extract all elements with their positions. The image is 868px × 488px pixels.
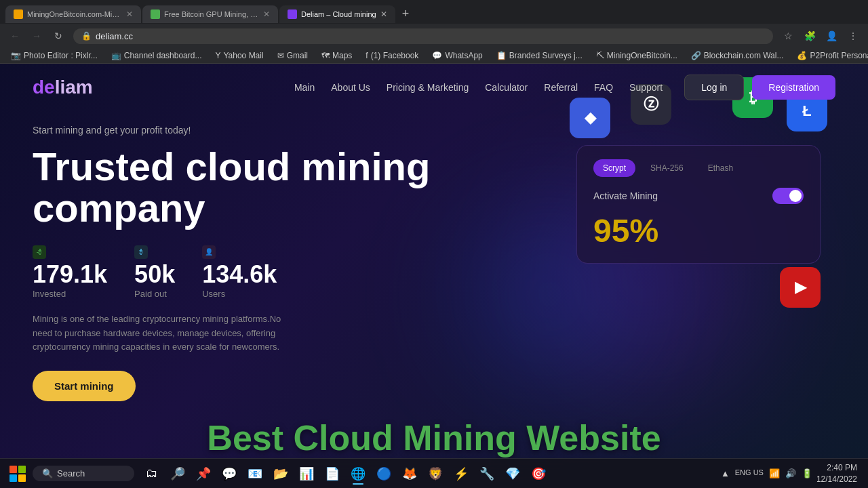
extensions-button[interactable]: 🧩 — [800, 26, 819, 45]
taskbar-app-extra4[interactable]: 🎯 — [526, 462, 551, 486]
stat-paidout: ₿ 50k Paid out — [134, 245, 175, 299]
overlay-promo-text: Best Cloud Mining Website — [0, 418, 868, 458]
taskbar-app-search[interactable]: 🔎 — [165, 462, 190, 486]
nav-pricing[interactable]: Pricing & Marketing — [387, 82, 469, 93]
url-bar[interactable]: 🔒 deliam.cc — [73, 28, 773, 44]
tray-battery[interactable]: 🔋 — [802, 468, 812, 479]
refresh-button[interactable]: ↻ — [49, 26, 68, 45]
nav-about[interactable]: About Us — [331, 82, 370, 93]
bookmark-whatsapp[interactable]: 💬 WhatsApp — [427, 49, 488, 62]
taskbar-app-folder[interactable]: 📂 — [269, 462, 293, 486]
stat-paidout-icon: ₿ — [134, 245, 175, 259]
btc-badge-1: -₿ — [33, 245, 46, 259]
start-button[interactable] — [5, 462, 30, 486]
tab-2[interactable]: Free Bitcoin GPU Mining, Cloud... ✕ — [142, 5, 278, 23]
clock-date: 12/14/2022 — [816, 474, 857, 485]
tab-title-1: MiningOneBitcoin.com-Mining... — [27, 10, 122, 18]
stat-paidout-label: Paid out — [134, 289, 175, 299]
tab-close-3[interactable]: ✕ — [380, 9, 387, 19]
nav-calculator[interactable]: Calculator — [485, 82, 528, 93]
taskbar-app-files[interactable]: 🗂 — [140, 462, 164, 486]
tab-title-3: Deliam – Cloud mining — [301, 10, 376, 18]
tab-favicon-2 — [151, 9, 160, 19]
tab-bar: MiningOneBitcoin.com-Mining... ✕ Free Bi… — [0, 0, 868, 24]
hero-description: Mining is one of the leading cryptocurre… — [33, 312, 290, 354]
browser-chrome: MiningOneBitcoin.com-Mining... ✕ Free Bi… — [0, 0, 868, 64]
taskbar-app-msg[interactable]: 💬 — [217, 462, 241, 486]
menu-button[interactable]: ⋮ — [844, 26, 863, 45]
stat-users-value: 134.6k — [202, 260, 277, 289]
website-content: deliam Main About Us Pricing & Marketing… — [0, 64, 868, 488]
taskbar-clock[interactable]: 2:40 PM 12/14/2022 — [816, 462, 857, 485]
hero-subtitle: Start mining and get your profit today! — [33, 125, 835, 136]
nav-faq[interactable]: FAQ — [594, 82, 613, 93]
site-logo[interactable]: deliam — [33, 77, 93, 98]
tray-icon-1[interactable]: ▲ — [721, 468, 730, 479]
login-button[interactable]: Log in — [684, 75, 744, 100]
nav-support[interactable]: Support — [629, 82, 663, 93]
bookmark-yahoo[interactable]: Y Yahoo Mail — [210, 49, 269, 62]
taskbar: 🔍 Search 🗂 🔎 📌 💬 📧 📂 📊 📄 🌐 🔵 🦊 🦁 ⚡ 🔧 💎 🎯… — [0, 458, 868, 488]
tab-3[interactable]: Deliam – Cloud mining ✕ — [279, 5, 395, 23]
hero-section: Start mining and get your profit today! … — [0, 111, 868, 415]
taskbar-app-firefox[interactable]: 🦊 — [397, 462, 422, 486]
taskbar-app-excel[interactable]: 📊 — [294, 462, 319, 486]
nav-main[interactable]: Main — [294, 82, 315, 93]
browser-actions: ☆ 🧩 👤 ⋮ — [778, 26, 863, 45]
bookmarks-bar: 📷 Photo Editor : Pixlr... 📺 Channel dash… — [0, 48, 868, 64]
tab-close-2[interactable]: ✕ — [263, 9, 270, 19]
url-text: deliam.cc — [96, 31, 133, 41]
taskbar-search-box[interactable]: 🔍 Search — [33, 466, 134, 481]
tab-close-1[interactable]: ✕ — [126, 9, 133, 19]
stat-users: 👤 134.6k Users — [202, 245, 277, 299]
taskbar-app-chrome[interactable]: 🔵 — [372, 462, 396, 486]
taskbar-app-extra2[interactable]: 🔧 — [475, 462, 499, 486]
bookmark-star-button[interactable]: ☆ — [778, 26, 797, 45]
taskbar-search-text: Search — [57, 468, 85, 479]
taskbar-search-icon: 🔍 — [42, 468, 53, 479]
security-icon: 🔒 — [81, 31, 92, 41]
bookmark-surveys[interactable]: 📋 Branded Surveys j... — [491, 49, 588, 62]
back-button[interactable]: ← — [5, 26, 24, 45]
win-square-blue — [9, 474, 17, 482]
bookmark-miningone[interactable]: ⛏ MiningOneBitcoin... — [591, 49, 683, 62]
logo-text-liam: liam — [55, 77, 93, 98]
nav-buttons: ← → ↻ — [5, 26, 68, 45]
taskbar-app-edge[interactable]: 🌐 — [346, 462, 370, 486]
bookmark-blockchain[interactable]: 🔗 Blockchain.com Wal... — [686, 49, 789, 62]
bookmark-facebook[interactable]: f (1) Facebook — [360, 49, 424, 62]
forward-button[interactable]: → — [27, 26, 46, 45]
taskbar-app-mail[interactable]: 📧 — [243, 462, 267, 486]
btc-badge-2: ₿ — [134, 245, 148, 259]
taskbar-right: ▲ ENG US 📶 🔊 🔋 2:40 PM 12/14/2022 — [721, 462, 863, 485]
taskbar-app-pin[interactable]: 📌 — [191, 462, 216, 486]
bookmark-p2profit[interactable]: 💰 P2Profit Personal ac... — [791, 49, 868, 62]
new-tab-button[interactable]: + — [397, 4, 415, 24]
bookmark-maps[interactable]: 🗺 Maps — [316, 49, 357, 62]
bookmark-photo-editor[interactable]: 📷 Photo Editor : Pixlr... — [5, 49, 103, 62]
bookmark-gmail[interactable]: ✉ Gmail — [272, 49, 313, 62]
user-badge: 👤 — [202, 245, 216, 259]
tray-sound[interactable]: 🔊 — [785, 468, 796, 479]
win-square-red — [9, 466, 17, 473]
profile-button[interactable]: 👤 — [822, 26, 841, 45]
tab-1[interactable]: MiningOneBitcoin.com-Mining... ✕ — [5, 5, 141, 23]
address-bar: ← → ↻ 🔒 deliam.cc ☆ 🧩 👤 ⋮ — [0, 24, 868, 48]
start-mining-button[interactable]: Start mining — [33, 371, 136, 401]
taskbar-app-word[interactable]: 📄 — [320, 462, 344, 486]
tray-wifi[interactable]: 📶 — [769, 468, 780, 479]
win-square-yellow — [18, 474, 26, 482]
win-square-green — [18, 466, 26, 473]
taskbar-app-extra1[interactable]: ⚡ — [449, 462, 473, 486]
hero-title: Trusted cloud mining company — [33, 146, 439, 229]
nav-referral[interactable]: Referral — [544, 82, 578, 93]
stat-invested-icon: -₿ — [33, 245, 107, 259]
clock-time: 2:40 PM — [816, 462, 857, 474]
tray-keyboard: ENG US — [735, 468, 764, 479]
taskbar-app-extra3[interactable]: 💎 — [500, 462, 525, 486]
register-button[interactable]: Registration — [752, 75, 835, 100]
bookmark-channel[interactable]: 📺 Channel dashboard... — [106, 49, 208, 62]
taskbar-app-brave[interactable]: 🦁 — [423, 462, 448, 486]
stat-invested: -₿ 179.1k Invested — [33, 245, 107, 299]
windows-icon — [9, 466, 26, 482]
